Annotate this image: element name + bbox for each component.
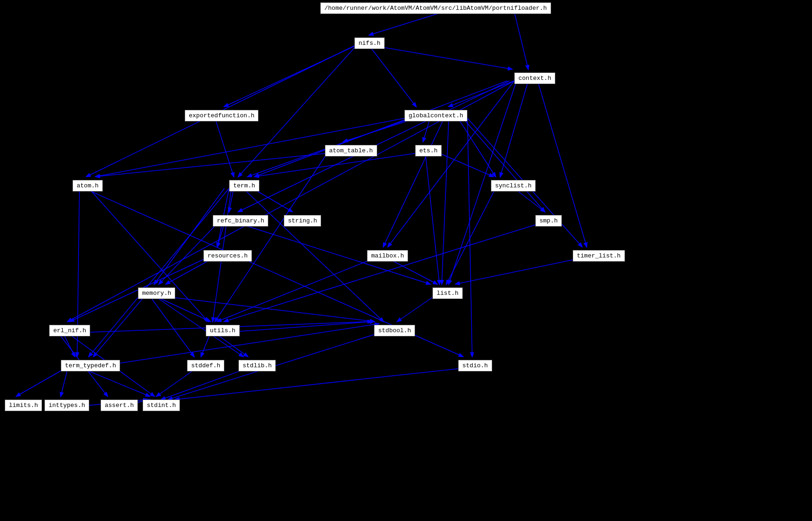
node-stdio[interactable]: stdio.h: [458, 360, 492, 371]
svg-line-26: [425, 153, 439, 284]
svg-line-48: [224, 223, 540, 321]
node-term[interactable]: term.h: [229, 180, 259, 192]
node-utils[interactable]: utils.h: [206, 325, 240, 336]
node-ets[interactable]: ets.h: [415, 145, 442, 157]
svg-line-32: [252, 188, 292, 212]
node-memory[interactable]: memory.h: [138, 287, 175, 299]
svg-line-40: [217, 223, 224, 247]
node-atom-table[interactable]: atom_table.h: [325, 145, 377, 157]
node-portnifloader[interactable]: /home/runner/work/AtomVM/AtomVM/src/libA…: [320, 2, 551, 14]
node-limits[interactable]: limits.h: [5, 400, 42, 411]
node-globalcontext[interactable]: globalcontext.h: [404, 110, 467, 121]
node-string[interactable]: string.h: [284, 215, 321, 227]
node-stdlib[interactable]: stdlib.h: [238, 360, 276, 371]
node-erl-nif[interactable]: erl_nif.h: [49, 325, 90, 336]
svg-line-60: [157, 368, 196, 396]
svg-line-68: [150, 296, 194, 357]
svg-line-47: [456, 258, 580, 284]
svg-line-2: [374, 46, 512, 69]
svg-line-45: [388, 258, 437, 284]
svg-line-51: [159, 296, 374, 321]
node-atom[interactable]: atom.h: [72, 180, 103, 192]
svg-line-1: [514, 12, 528, 69]
node-inttypes[interactable]: inttypes.h: [44, 400, 89, 411]
node-stdint[interactable]: stdint.h: [143, 400, 180, 411]
svg-line-0: [369, 12, 444, 35]
node-mailbox[interactable]: mailbox.h: [367, 250, 408, 262]
node-stdbool[interactable]: stdbool.h: [374, 325, 415, 336]
svg-line-56: [215, 333, 248, 357]
svg-line-4: [369, 46, 416, 107]
node-smp[interactable]: smp.h: [535, 215, 562, 227]
svg-line-53: [397, 296, 435, 321]
svg-line-25: [215, 153, 327, 321]
node-assert[interactable]: assert.h: [101, 400, 138, 411]
node-timer-list[interactable]: timer_list.h: [573, 250, 625, 262]
svg-line-14: [344, 118, 416, 142]
svg-line-28: [255, 153, 416, 177]
node-refc-binary[interactable]: refc_binary.h: [213, 215, 268, 227]
node-exportedfunction[interactable]: exportedfunction.h: [185, 110, 259, 121]
node-stddef[interactable]: stddef.h: [187, 360, 224, 371]
svg-line-24: [96, 153, 327, 177]
svg-line-23: [215, 118, 234, 177]
svg-line-58: [16, 368, 65, 396]
node-list[interactable]: list.h: [432, 287, 463, 299]
svg-line-49: [154, 296, 210, 321]
svg-line-27: [439, 153, 493, 177]
svg-line-20: [463, 118, 545, 212]
node-resources[interactable]: resources.h: [203, 250, 252, 262]
svg-line-18: [442, 118, 449, 284]
node-nifs[interactable]: nifs.h: [354, 37, 385, 49]
node-term-typedef[interactable]: term_typedef.h: [61, 360, 120, 371]
svg-line-50: [93, 296, 145, 357]
svg-line-43: [166, 258, 213, 284]
node-synclist[interactable]: synclist.h: [491, 180, 536, 192]
svg-line-22: [467, 118, 472, 357]
svg-line-57: [82, 368, 150, 396]
svg-line-8: [500, 81, 528, 177]
svg-line-35: [243, 188, 383, 321]
svg-line-30: [89, 188, 208, 321]
svg-line-55: [201, 333, 210, 357]
svg-line-73: [61, 368, 68, 396]
node-context[interactable]: context.h: [514, 72, 555, 84]
